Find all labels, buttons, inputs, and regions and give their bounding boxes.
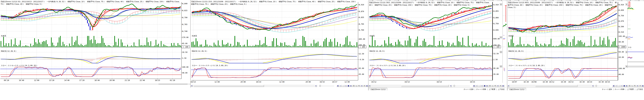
scrollbar-thumb[interactable] — [158, 84, 188, 85]
toolbar-button-10[interactable]: X — [639, 85, 641, 87]
time-tick-label: 12:00 — [214, 81, 220, 83]
volume-section-title: 出来高 — [192, 35, 197, 37]
toolbar-button-6[interactable]: D — [488, 85, 491, 87]
time-tick-label: 12:00 — [34, 80, 39, 82]
chart-tab-links[interactable]: チャート追加 ｜ チャート削除 ｜ 上下配置 ｜ 上下設定 — [464, 88, 504, 90]
scroll-right-button[interactable]: ▶ — [592, 85, 594, 87]
chart-header: 日経225mini 11/12( 15分, 2011/10/06 - 2011/… — [191, 0, 357, 5]
toolbar-button-8[interactable]: R — [494, 85, 496, 87]
toolbar-button-8[interactable]: R — [634, 85, 636, 87]
chart-tab-links[interactable]: チャート追加 ｜ チャート削除 ｜ 上下配置 ｜ 上下設定 — [602, 88, 643, 90]
chart-window-4: 8,9108,8308,7508,6708,5908,510105.0040.0… — [507, 0, 644, 90]
toolbar-button-10[interactable]: X — [499, 85, 502, 87]
toolbar-button-9[interactable]: ⊕ — [496, 85, 499, 87]
tab-link[interactable]: 上下設定 — [498, 88, 504, 90]
scrollbar-thumb[interactable] — [535, 85, 578, 87]
toolbar-button-9[interactable]: ⊕ — [636, 85, 639, 87]
scroll-left-button[interactable]: ◀ — [368, 85, 370, 87]
zoom-slider-thumb[interactable] — [596, 85, 597, 87]
tab-link[interactable]: チャート追加 — [464, 88, 474, 90]
chart-canvas-15分: 8,9108,8708,8358,7958,760405.00185.0022.… — [190, 0, 368, 88]
chart-header: 日経225mini 11/12( 5分, 2011/10/13 - 2011/1… — [0, 0, 180, 5]
zoom-slider-thumb[interactable] — [454, 85, 455, 87]
scrollbar-thumb[interactable] — [194, 85, 264, 87]
volume-tick-label: 65.00 — [182, 42, 188, 44]
tab-link[interactable]: 上下配置 — [489, 88, 495, 90]
section-collapse-button[interactable]: ▼ — [500, 66, 502, 67]
time-tick-label: 18:40 — [94, 80, 100, 82]
toolbar-button-5[interactable]: ▶ — [486, 85, 488, 87]
tab-link[interactable]: 上下配置 — [627, 88, 634, 90]
tab-link[interactable]: チャート削除 — [476, 88, 486, 90]
chevron-down-icon: ▼ — [500, 66, 502, 67]
macd-tick-label: 10.00 — [619, 56, 624, 58]
toolbar-button-11[interactable]: |▶ — [642, 85, 644, 87]
toolbar-button-11[interactable]: |▶ — [366, 85, 368, 87]
toolbar-button-5[interactable]: ▶ — [626, 85, 628, 87]
stoch-tick-label: 95.00 — [359, 67, 364, 70]
toolbar-button-1[interactable]: + — [615, 85, 618, 87]
time-tick-label: 10/15 — [320, 81, 325, 83]
toolbar-button-11[interactable]: |▶ — [502, 85, 504, 87]
scroll-right-button[interactable]: ▶ — [450, 85, 452, 87]
toolbar-button-1[interactable]: + — [339, 85, 342, 87]
toolbar-button-5[interactable]: ▶ — [350, 85, 352, 87]
macd-section-title: MACD( 12, 26, 9 ) — [192, 50, 207, 52]
toolbar-button-6[interactable]: D — [352, 85, 355, 87]
tab-link[interactable]: チャート削除 — [614, 88, 624, 90]
chevron-down-icon: ▼ — [500, 4, 502, 5]
price-tick-label: 8,840 — [182, 3, 188, 5]
toolbar-button-10[interactable]: X — [363, 85, 366, 87]
volume-tick-label: 600.00 — [494, 38, 500, 40]
toolbar-button-1[interactable]: + — [475, 85, 478, 87]
toolbar-button-0[interactable]: ◀| — [612, 85, 615, 87]
section-collapse-button[interactable]: ▼ — [500, 4, 502, 5]
toolbar-button-9[interactable]: ⊕ — [360, 85, 363, 87]
chart-tab[interactable]: 日経225mini 11/12 — [369, 88, 387, 90]
time-tick-label: 01:20 — [170, 80, 175, 82]
section-collapse-button[interactable]: ▼ — [500, 36, 502, 38]
tab-link[interactable]: 上下設定 — [636, 88, 643, 90]
toolbar-button-4[interactable]: ■ — [623, 85, 626, 87]
toolbar-button-8[interactable]: R — [358, 85, 360, 87]
time-tick-label: 10/15 — [470, 81, 475, 83]
scroll-right-button[interactable]: ▶ — [315, 85, 317, 87]
toolbar-button-4[interactable]: ■ — [483, 85, 486, 87]
tab-link[interactable]: チャート追加 — [602, 88, 612, 90]
toolbar-button-4[interactable]: ■ — [347, 85, 350, 87]
toolbar-button-2[interactable]: - — [342, 85, 344, 87]
toolbar-button-7[interactable]: L — [491, 85, 494, 87]
chart-canvas-5分: 8,8408,8158,7908,7658,740170.0065.0010.5… — [0, 0, 190, 85]
toolbar-button-2[interactable]: - — [618, 85, 620, 87]
toolbar-button-6[interactable]: D — [628, 85, 631, 87]
time-tick-label: 10/12 — [549, 81, 554, 83]
toolbar-button-3[interactable]: ↔ — [344, 85, 347, 87]
time-tick-label: 10:40 — [19, 80, 24, 82]
toolbar-button-2[interactable]: - — [478, 85, 480, 87]
price-tick-label: 8,910 — [619, 4, 624, 6]
toolbar-button-7[interactable]: L — [631, 85, 634, 87]
clipped-chart-window-b: スロ — [628, 0, 644, 68]
volume-tick-label: 170.00 — [182, 36, 188, 38]
zoom-slider-thumb[interactable] — [320, 85, 321, 87]
price-tick-label: 8,835 — [359, 16, 364, 18]
toolbar-button-3[interactable]: ↔ — [481, 85, 483, 87]
time-tick-label: 10/12 — [371, 81, 376, 83]
chevron-down-icon: ▼ — [500, 52, 502, 53]
time-tick-label: 20:00 — [240, 81, 246, 83]
chevron-down-icon: ▼ — [626, 66, 627, 67]
toolbar-button-0[interactable]: ◀| — [336, 85, 339, 87]
macd-section-title: MACD( 12, 26, 9 ) — [370, 50, 385, 52]
time-tick-label: 16:30 — [561, 81, 566, 83]
scrollbar-thumb[interactable] — [401, 85, 449, 87]
price-tick-label: 8,510 — [619, 31, 624, 33]
horizontal-scrollbar[interactable] — [0, 84, 190, 85]
toolbar-button-0[interactable]: ◀| — [473, 85, 475, 87]
chart-tab[interactable]: 日経225mini 11/12 — [508, 88, 526, 90]
stoch-tick-label: 35.00 — [359, 73, 364, 75]
toolbar-button-7[interactable]: L — [355, 85, 358, 87]
scroll-left-button[interactable]: ◀ — [507, 85, 509, 87]
scroll-left-button[interactable]: ◀ — [190, 85, 192, 87]
section-collapse-button[interactable]: ▼ — [500, 51, 502, 53]
toolbar-button-3[interactable]: ↔ — [620, 85, 623, 87]
